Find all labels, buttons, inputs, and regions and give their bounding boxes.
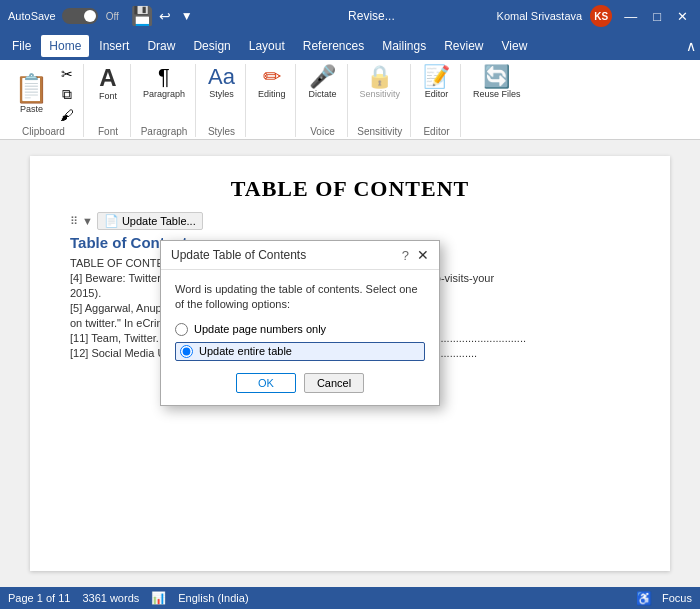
dictate-button[interactable]: 🎤 Dictate [304, 64, 340, 101]
format-painter-button[interactable]: 🖌 [57, 106, 77, 124]
close-button[interactable]: ✕ [673, 9, 692, 24]
dialog-overlay: Update Table of Contents ? ✕ Word is upd… [0, 140, 700, 587]
paragraph-button[interactable]: ¶ Paragraph [139, 64, 189, 101]
sensitivity-button[interactable]: 🔒 Sensitivity [356, 64, 405, 101]
dialog-close-button[interactable]: ✕ [417, 247, 429, 263]
toolbar: 📋 Paste ✂ ⧉ 🖌 Clipboard [0, 60, 700, 140]
menu-file[interactable]: File [4, 35, 39, 57]
undo-icon[interactable]: ↩ [159, 8, 171, 24]
sensitivity-icon: 🔒 [366, 66, 393, 88]
menu-insert[interactable]: Insert [91, 35, 137, 57]
sensitivity-label: Sensitivity [357, 126, 402, 137]
format-painter-icon: 🖌 [60, 107, 74, 123]
menu-review[interactable]: Review [436, 35, 491, 57]
styles-button[interactable]: Aa Styles [204, 64, 239, 101]
editor-icon: 📝 [423, 66, 450, 88]
update-page-numbers-radio[interactable]: Update page numbers only [175, 323, 425, 336]
voice-group: 🎤 Dictate Voice [298, 64, 347, 137]
quick-access-more[interactable]: ▼ [181, 9, 193, 23]
styles-label: Styles [208, 126, 235, 137]
autosave-state: Off [106, 11, 119, 22]
cut-button[interactable]: ✂ [57, 65, 77, 83]
page-count: Page 1 of 11 [8, 592, 70, 604]
status-bar: Page 1 of 11 3361 words 📊 English (India… [0, 587, 700, 609]
dialog-body: Word is updating the table of contents. … [161, 270, 439, 405]
title-bar: AutoSave Off 💾 ↩ ▼ Revise... Komal Sriva… [0, 0, 700, 32]
menu-references[interactable]: References [295, 35, 372, 57]
dialog-button-row: OK Cancel [175, 373, 425, 393]
username: Komal Srivastava [497, 10, 583, 22]
editor-label: Editor [423, 126, 449, 137]
ribbon-collapse[interactable]: ∧ [686, 38, 696, 54]
content-area: TABLE OF CONTENT ⠿ ▼ 📄 Update Table... T… [0, 140, 700, 587]
paste-icon: 📋 [14, 75, 49, 103]
language[interactable]: English (India) [178, 592, 248, 604]
voice-label: Voice [310, 126, 334, 137]
microphone-icon: 🎤 [309, 66, 336, 88]
update-entire-table-input[interactable] [180, 345, 193, 358]
copy-icon: ⧉ [62, 86, 72, 103]
maximize-button[interactable]: □ [649, 9, 665, 24]
editor-button[interactable]: 📝 Editor [419, 64, 454, 101]
dialog-titlebar: Update Table of Contents ? ✕ [161, 241, 439, 270]
update-toc-dialog: Update Table of Contents ? ✕ Word is upd… [160, 240, 440, 406]
menu-view[interactable]: View [494, 35, 536, 57]
menu-design[interactable]: Design [185, 35, 238, 57]
menu-bar: File Home Insert Draw Design Layout Refe… [0, 32, 700, 60]
filename[interactable]: Revise... [348, 9, 395, 23]
paste-button[interactable]: 📋 Paste [10, 73, 53, 116]
minimize-button[interactable]: — [620, 9, 641, 24]
styles-icon: Aa [208, 66, 235, 88]
paragraph-icon: ¶ [158, 66, 170, 88]
focus-button[interactable]: Focus [662, 592, 692, 604]
paragraph-group: ¶ Paragraph Paragraph [133, 64, 196, 137]
editing-button[interactable]: ✏ Editing [254, 64, 290, 101]
accessibility-icon[interactable]: ♿ [636, 591, 652, 606]
cancel-button[interactable]: Cancel [304, 373, 364, 393]
save-icon[interactable]: 💾 [131, 5, 153, 27]
font-group: A Font Font [86, 64, 131, 137]
editing-group: ✏ Editing [248, 64, 297, 137]
update-page-numbers-input[interactable] [175, 323, 188, 336]
paragraph-label: Paragraph [141, 126, 188, 137]
menu-draw[interactable]: Draw [139, 35, 183, 57]
user-avatar[interactable]: KS [590, 5, 612, 27]
dialog-title: Update Table of Contents [171, 248, 306, 262]
update-page-numbers-label: Update page numbers only [194, 323, 326, 335]
update-entire-table-radio[interactable]: Update entire table [175, 342, 425, 361]
word-count: 3361 words [82, 592, 139, 604]
copy-button[interactable]: ⧉ [57, 85, 77, 104]
clipboard-group: 📋 Paste ✂ ⧉ 🖌 Clipboard [4, 64, 84, 137]
dialog-help-button[interactable]: ? [402, 248, 409, 263]
font-label: Font [98, 126, 118, 137]
autosave-label: AutoSave [8, 10, 56, 22]
font-icon: A [99, 66, 116, 90]
menu-layout[interactable]: Layout [241, 35, 293, 57]
font-button[interactable]: A Font [92, 64, 124, 103]
track-changes-icon: 📊 [151, 591, 166, 605]
update-entire-table-label: Update entire table [199, 345, 292, 357]
styles-group: Aa Styles Styles [198, 64, 246, 137]
reuse-icon: 🔄 [483, 66, 510, 88]
editing-icon: ✏ [263, 66, 281, 88]
sensitivity-group: 🔒 Sensitivity Sensitivity [350, 64, 412, 137]
scissors-icon: ✂ [61, 66, 73, 82]
menu-mailings[interactable]: Mailings [374, 35, 434, 57]
dialog-message: Word is updating the table of contents. … [175, 282, 425, 313]
clipboard-label: Clipboard [22, 126, 65, 137]
reuse-files-button[interactable]: 🔄 Reuse Files [469, 64, 525, 101]
ok-button[interactable]: OK [236, 373, 296, 393]
autosave-toggle[interactable] [62, 8, 98, 24]
reuse-files-group: 🔄 Reuse Files [463, 64, 531, 137]
menu-home[interactable]: Home [41, 35, 89, 57]
editor-group: 📝 Editor Editor [413, 64, 461, 137]
